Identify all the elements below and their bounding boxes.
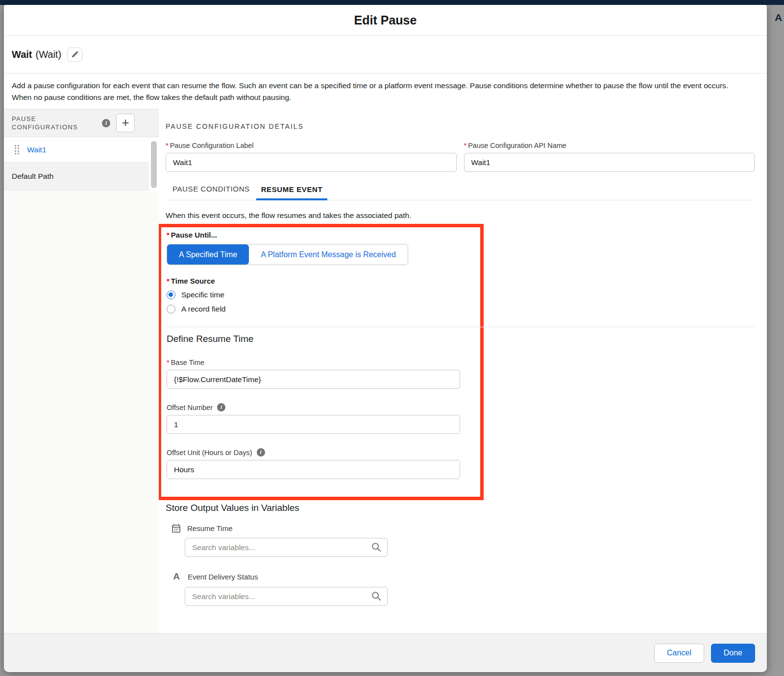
sidebar-scrollbar-thumb[interactable] — [151, 141, 157, 188]
required-marker: * — [167, 231, 170, 239]
add-pause-configuration-button[interactable]: + — [116, 114, 135, 132]
sidebar-item-wait1[interactable]: Wait1 — [4, 137, 159, 163]
info-icon[interactable]: i — [102, 119, 110, 127]
element-row: Wait (Wait) — [4, 36, 767, 73]
required-marker: * — [167, 359, 170, 366]
radio-label: A record field — [181, 305, 225, 314]
required-marker: * — [464, 142, 467, 149]
offset-number-label: Offset Number — [167, 404, 213, 411]
radio-specific-time[interactable] — [167, 290, 175, 299]
dialog-title: Edit Pause — [354, 13, 417, 27]
edit-element-button[interactable] — [67, 48, 82, 62]
variable-label-text: Event Delivery Status — [188, 573, 258, 581]
cancel-button[interactable]: Cancel — [654, 644, 704, 663]
event-delivery-status-variable-label: A Event Delivery Status — [172, 571, 755, 582]
calendar-icon — [172, 524, 181, 533]
offset-number-input[interactable] — [167, 415, 460, 434]
drag-handle-icon[interactable] — [15, 145, 19, 155]
search-icon — [371, 542, 381, 552]
time-source-option-specific-time: Specific time — [167, 290, 480, 299]
base-time-label: *Base Time — [167, 359, 204, 366]
time-source-label: *Time Source — [167, 277, 480, 285]
pause-configuration-api-name-input[interactable] — [464, 153, 755, 172]
element-api-name: (Wait) — [35, 49, 61, 60]
dialog-footer: Cancel Done — [4, 633, 767, 672]
backdrop-letter: A — [775, 12, 782, 24]
field-label-text: Pause Configuration Label — [170, 142, 254, 149]
radio-label: Specific time — [181, 290, 224, 299]
element-label: Wait — [12, 49, 32, 60]
tab-resume-event[interactable]: RESUME EVENT — [256, 185, 328, 200]
highlight-box: *Pause Until... A Specified Time A Platf… — [159, 224, 484, 500]
required-marker: * — [167, 277, 170, 285]
pause-configuration-panel: PAUSE CONFIGURATION DETAILS *Pause Confi… — [159, 109, 767, 633]
pause-configuration-label-input[interactable] — [166, 153, 457, 172]
tab-bar: PAUSE CONDITIONS RESUME EVENT — [166, 185, 755, 200]
pause-configuration-api-name-field: *Pause Configuration API Name — [464, 142, 755, 172]
pause-configurations-sidebar: PAUSE CONFIGURATIONS i + Wait1 Default P… — [4, 109, 159, 633]
time-source-label-text: Time Source — [171, 277, 215, 285]
resume-event-intro: When this event occurs, the flow resumes… — [166, 211, 755, 220]
offset-unit-label: Offset Unit (Hours or Days) — [167, 449, 252, 457]
toggle-platform-event-message[interactable]: A Platform Event Message is Received — [249, 244, 408, 265]
info-icon[interactable]: i — [257, 448, 265, 457]
required-marker: * — [166, 142, 169, 149]
time-source-option-record-field: A record field — [167, 305, 480, 314]
event-delivery-status-variable-row: A Event Delivery Status — [172, 571, 755, 606]
offset-number-label-row: Offset Number i — [167, 403, 480, 411]
sidebar-scrollbar-track — [149, 138, 159, 192]
search-icon — [371, 591, 381, 601]
sidebar-item-label: Wait1 — [27, 145, 47, 154]
pause-configuration-label-field: *Pause Configuration Label — [166, 142, 457, 172]
info-icon[interactable]: i — [217, 403, 225, 411]
offset-unit-input[interactable] — [167, 460, 460, 479]
event-delivery-status-search-input[interactable] — [185, 587, 388, 606]
text-variable-icon: A — [172, 571, 181, 582]
pause-until-label: *Pause Until... — [167, 231, 480, 239]
field-label: *Pause Configuration Label — [166, 142, 457, 149]
pause-until-toggle: A Specified Time A Platform Event Messag… — [167, 244, 408, 265]
resume-time-search-input[interactable] — [185, 538, 388, 557]
field-label-text: Pause Configuration API Name — [468, 142, 566, 149]
section-divider — [166, 327, 755, 327]
dialog-header: Edit Pause — [4, 5, 767, 36]
details-section-title: PAUSE CONFIGURATION DETAILS — [166, 122, 755, 130]
resume-time-variable-row: Resume Time — [172, 524, 755, 557]
pencil-icon — [71, 51, 78, 58]
default-path-label: Default Path — [12, 172, 53, 181]
app-header-bar — [0, 0, 784, 5]
radio-a-record-field[interactable] — [167, 305, 175, 314]
resume-time-variable-label: Resume Time — [172, 524, 755, 533]
event-delivery-status-variable-search — [185, 587, 388, 606]
field-label: *Pause Configuration API Name — [464, 142, 755, 149]
dialog-body: PAUSE CONFIGURATIONS i + Wait1 Default P… — [4, 109, 767, 633]
toggle-a-specified-time[interactable]: A Specified Time — [167, 244, 249, 265]
tab-pause-conditions[interactable]: PAUSE CONDITIONS — [172, 185, 250, 200]
define-resume-time-heading: Define Resume Time — [167, 334, 480, 344]
base-time-input[interactable] — [167, 370, 460, 389]
edit-pause-dialog: Edit Pause Wait (Wait) Add a pause confi… — [4, 5, 767, 672]
sidebar-header: PAUSE CONFIGURATIONS i + — [4, 109, 159, 137]
sidebar-title: PAUSE CONFIGURATIONS — [12, 115, 89, 131]
store-output-heading: Store Output Values in Variables — [166, 503, 755, 513]
pause-until-label-text: Pause Until... — [171, 231, 217, 239]
sidebar-item-default-path[interactable]: Default Path — [4, 163, 159, 191]
details-fields: *Pause Configuration Label *Pause Config… — [166, 142, 755, 172]
variable-label-text: Resume Time — [187, 524, 233, 532]
element-description: Add a pause configuration for each event… — [4, 73, 767, 103]
base-time-label-text: Base Time — [171, 359, 205, 366]
done-button[interactable]: Done — [711, 644, 755, 663]
resume-time-variable-search — [185, 538, 388, 557]
offset-unit-label-row: Offset Unit (Hours or Days) i — [167, 448, 480, 457]
base-time-label-row: *Base Time — [167, 359, 480, 366]
